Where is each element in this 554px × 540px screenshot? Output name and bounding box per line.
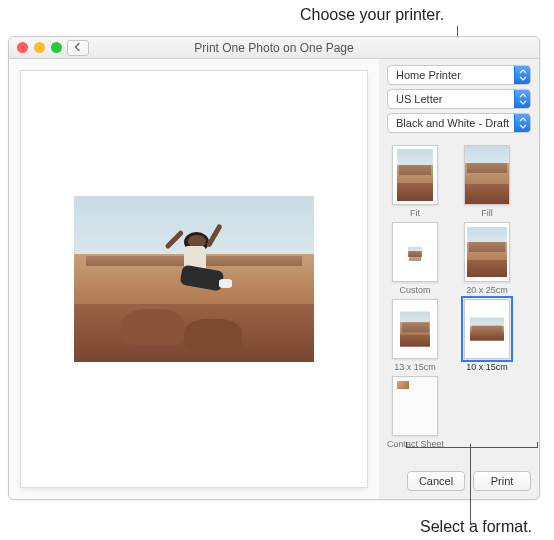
format-contact-sheet[interactable]: Contact Sheet xyxy=(387,376,443,449)
format-fill[interactable]: Fill xyxy=(459,145,515,218)
printer-select[interactable]: Home Printer xyxy=(387,65,531,85)
format-label: Fit xyxy=(387,208,443,218)
quality-select[interactable]: Black and White - Draft xyxy=(387,113,531,133)
annotation-line-icon xyxy=(470,444,471,524)
close-icon[interactable] xyxy=(17,42,28,53)
paper-size-value: US Letter xyxy=(396,93,442,105)
format-custom[interactable]: Custom xyxy=(387,222,443,295)
format-20x25[interactable]: 20 x 25cm xyxy=(459,222,515,295)
print-button[interactable]: Print xyxy=(473,471,531,491)
format-label: 20 x 25cm xyxy=(459,285,515,295)
page-preview xyxy=(21,71,367,487)
quality-value: Black and White - Draft xyxy=(396,117,509,129)
window-title: Print One Photo on One Page xyxy=(194,41,353,55)
chevron-up-down-icon xyxy=(514,66,530,84)
paper-size-select[interactable]: US Letter xyxy=(387,89,531,109)
format-grid: Fit Fill Custom 20 x 25cm 13 x 15cm xyxy=(387,145,531,449)
minimize-icon[interactable] xyxy=(34,42,45,53)
annotation-bracket-icon xyxy=(406,442,538,448)
chevron-up-down-icon xyxy=(514,90,530,108)
preview-pane xyxy=(9,59,379,499)
print-dialog-window: Print One Photo on One Page xyxy=(8,36,540,500)
back-button[interactable] xyxy=(67,40,89,56)
annotation-choose-printer: Choose your printer. xyxy=(300,6,444,24)
printer-select-value: Home Printer xyxy=(396,69,461,81)
format-10x15[interactable]: 10 x 15cm xyxy=(459,299,515,372)
format-label: 10 x 15cm xyxy=(459,362,515,372)
format-label: Fill xyxy=(459,208,515,218)
chevron-up-down-icon xyxy=(514,114,530,132)
titlebar: Print One Photo on One Page xyxy=(9,37,539,59)
annotation-select-format: Select a format. xyxy=(420,518,532,536)
window-controls xyxy=(17,42,62,53)
cancel-button[interactable]: Cancel xyxy=(407,471,465,491)
format-13x15[interactable]: 13 x 15cm xyxy=(387,299,443,372)
zoom-icon[interactable] xyxy=(51,42,62,53)
options-pane: Home Printer US Letter Black and White -… xyxy=(379,59,539,499)
format-label: 13 x 15cm xyxy=(387,362,443,372)
content-area: Home Printer US Letter Black and White -… xyxy=(9,59,539,499)
photo-preview xyxy=(74,196,314,362)
dialog-footer: Cancel Print xyxy=(387,463,531,491)
format-label: Custom xyxy=(387,285,443,295)
format-fit[interactable]: Fit xyxy=(387,145,443,218)
